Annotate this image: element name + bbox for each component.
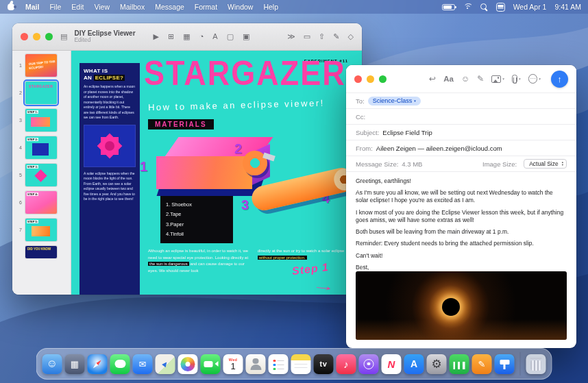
play-button[interactable]: ▶ [154, 32, 159, 41]
material-item: 3.Paper [166, 220, 228, 230]
sun-star-icon [96, 132, 123, 160]
subject-field[interactable]: Subject: Eclipse Field Trip [346, 124, 576, 140]
page-number: 6 [15, 200, 22, 205]
battery-icon[interactable] [442, 4, 455, 10]
recipient-token[interactable]: Science-Class ▾ [368, 97, 421, 106]
insert-media-icon[interactable]: ▣ [243, 32, 249, 41]
dock-system-settings[interactable]: ⚙ [427, 354, 447, 374]
eclipse-photo-attachment[interactable] [356, 271, 567, 340]
menu-file[interactable]: File [49, 3, 61, 11]
insert-menu-button[interactable]: ⋯▾ [528, 74, 541, 84]
minimize-button[interactable] [367, 75, 374, 83]
markup-icon[interactable]: ✎ [333, 32, 339, 41]
dock-notes[interactable] [291, 354, 311, 374]
to-field[interactable]: To: Science-Class ▾ [346, 92, 576, 108]
zoom-button[interactable] [45, 33, 53, 40]
insert-chart-icon[interactable]: ◔ [199, 32, 204, 41]
zoom-button[interactable] [379, 75, 387, 83]
dock-calendar[interactable]: Wed 1 [223, 354, 243, 374]
thumbnail-label: STEP 2: [27, 138, 38, 141]
wifi-icon[interactable] [463, 3, 472, 11]
add-slide-button[interactable]: ⊞ [168, 32, 174, 41]
dock-tv[interactable]: tv [314, 354, 334, 374]
dock-pages[interactable]: ✎ [472, 354, 492, 374]
cc-field[interactable]: Cc: [346, 108, 576, 124]
menu-bar-date[interactable]: Wed Apr 1 [513, 3, 547, 11]
body-paragraph: Greetings, earthlings! [356, 177, 567, 185]
comment-icon[interactable]: ▭ [304, 32, 310, 41]
page-number: 7 [15, 227, 22, 232]
format-icon[interactable]: ◇ [348, 32, 354, 41]
menu-view[interactable]: View [94, 3, 110, 11]
tv-icon: tv [320, 360, 328, 368]
dock-podcasts[interactable] [359, 354, 379, 374]
caution-text-right: directly at the sun or try to watch a so… [258, 248, 358, 261]
page-thumbnail-step1[interactable]: STEP 1: [25, 109, 57, 132]
attach-button[interactable]: ▾ [512, 75, 521, 84]
page-thumbnail-cover[interactable]: OUR TRIP TO THE ECLIPSE! [25, 54, 57, 77]
thumbnail-row: DID YOU KNOW [15, 246, 66, 258]
material-item: 1. Shoebox [166, 200, 228, 210]
emoji-button[interactable]: ☺ [461, 74, 469, 84]
page-thumbnail-step2[interactable]: STEP 2: [25, 136, 57, 159]
page-thumbnail-step3[interactable]: STEP 3: [25, 164, 57, 186]
menu-mailbox[interactable]: Mailbox [120, 3, 145, 11]
page-thumbnail-step5[interactable]: STEP 5: [25, 219, 57, 241]
menu-edit[interactable]: Edit [71, 3, 84, 11]
photo-icon [491, 75, 501, 83]
menu-bar-time[interactable]: 9:41 AM [554, 3, 581, 11]
dock-keynote[interactable] [495, 354, 515, 374]
dock-music[interactable]: ♪ [336, 354, 356, 374]
menu-mail[interactable]: Mail [25, 3, 39, 11]
photo-browser-button[interactable]: ▾ [491, 75, 504, 83]
dock-photos[interactable] [178, 354, 198, 374]
dock-trash[interactable] [526, 354, 546, 374]
dock-app-store[interactable]: A [404, 354, 424, 374]
menu-format[interactable]: Format [195, 3, 217, 11]
dock-maps[interactable]: ▲ [156, 354, 175, 374]
close-button[interactable] [354, 75, 362, 83]
menu-window[interactable]: Window [228, 3, 253, 11]
pages-icon: ✎ [478, 360, 486, 369]
dock-finder[interactable]: ☺ [42, 354, 62, 374]
from-field[interactable]: From: Aileen Zeigen — aileen.zeigen@iclo… [346, 140, 576, 156]
insert-table-icon[interactable]: ▦ [183, 32, 190, 41]
dock-launchpad[interactable]: ▦ [65, 354, 85, 374]
popup-chevrons-icon: ▴ ▾ [562, 161, 563, 166]
dock-facetime[interactable] [201, 354, 221, 374]
dock-news[interactable]: N [382, 354, 402, 374]
message-body-editor[interactable]: Greetings, earthlings! As I'm sure you a… [346, 171, 576, 270]
search-icon[interactable] [480, 3, 488, 11]
dock-safari[interactable] [88, 354, 108, 374]
control-center-icon[interactable] [496, 3, 505, 12]
dock-mail[interactable]: ✉ [133, 354, 153, 374]
thumbnail-label: STEP 5: [27, 220, 38, 223]
dock-reminders[interactable] [269, 354, 289, 374]
menu-message[interactable]: Message [155, 3, 184, 11]
view-sidebar-icon[interactable]: ▤ [60, 32, 67, 41]
minimize-button[interactable] [33, 33, 40, 40]
markup-button[interactable]: ✎ [477, 74, 484, 84]
undo-button[interactable]: ↩ [429, 74, 436, 84]
share-icon[interactable]: ⇧ [319, 32, 325, 41]
insert-text-icon[interactable]: A [212, 32, 217, 41]
document-canvas[interactable]: EXPERIMENT #11 WHAT IS AN ECLIPSE? An ec… [71, 51, 362, 295]
more-tools-icon[interactable]: ≫ [287, 32, 295, 41]
page-thumbnail-stargazer[interactable]: STARGAZER [25, 82, 57, 104]
message-size-value: 4.3 MB [402, 160, 422, 168]
image-size-popup[interactable]: Actual Size ▴ ▾ [524, 159, 567, 169]
dock-numbers[interactable] [450, 354, 469, 374]
page-thumbnail-didyouknow[interactable]: DID YOU KNOW [25, 246, 57, 258]
page-thumbnail-step4[interactable]: STEP 4: [25, 191, 57, 214]
insert-shape-icon[interactable]: ▢ [227, 32, 234, 41]
menu-help[interactable]: Help [263, 3, 278, 11]
send-button[interactable]: ↑ [551, 71, 568, 88]
dock-messages[interactable] [110, 354, 130, 374]
format-button[interactable]: Aa [443, 75, 454, 83]
calendar-day: 1 [230, 362, 235, 371]
poster-subtitle: How to make an eclipse viewer! [148, 98, 325, 113]
close-button[interactable] [21, 33, 28, 40]
thumbnail-row: 1 OUR TRIP TO THE ECLIPSE! [15, 54, 66, 77]
dock-contacts[interactable] [246, 354, 266, 374]
apple-menu[interactable] [7, 1, 15, 12]
